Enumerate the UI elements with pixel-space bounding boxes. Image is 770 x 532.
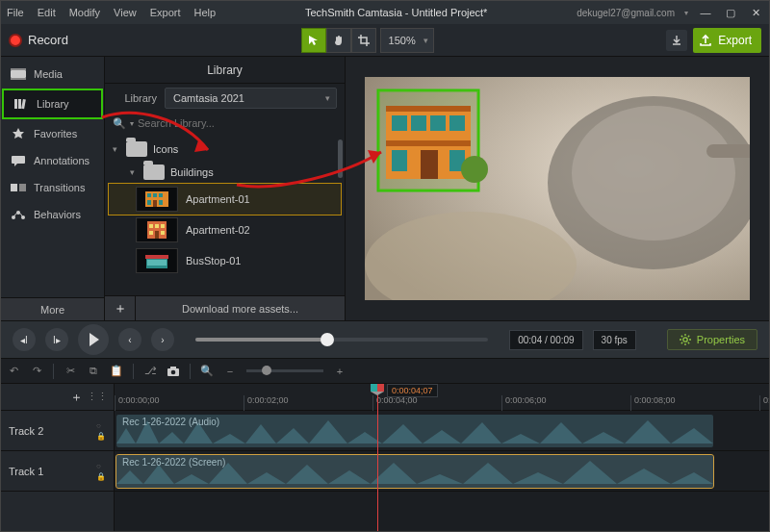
playhead[interactable]: 0:00:04;07 [377,384,378,531]
svg-rect-17 [147,200,151,205]
undo-button[interactable]: ↶ [7,365,20,378]
folder-icons[interactable]: ▾ Icons [109,138,341,161]
zoom-out-button[interactable]: − [223,365,237,378]
titlebar: File Edit Modify View Export Help TechSm… [1,1,769,24]
sidebar-item-library[interactable]: Library [2,89,103,119]
snapshot-button[interactable] [167,365,180,378]
track-toggle-icon[interactable]: ○ [96,421,106,430]
asset-label: BusStop-01 [186,255,241,266]
play-button[interactable] [78,324,109,355]
paste-button[interactable]: 📋 [110,365,123,378]
menu-export[interactable]: Export [150,7,181,18]
svg-rect-26 [161,231,165,235]
svg-rect-42 [392,115,407,131]
window-minimize-button[interactable]: — [698,5,713,20]
sidebar-more-button[interactable]: More [1,297,104,320]
next-frame-button[interactable]: I▸ [45,328,68,351]
svg-rect-8 [19,184,26,191]
folder-buildings[interactable]: ▾ Buildings [109,161,341,184]
svg-rect-23 [155,224,159,228]
track-2-row[interactable]: Rec 1-26-2022 (Audio) [115,411,769,451]
video-clip[interactable]: Rec 1-26-2022 (Screen) [116,455,713,488]
sidebar-item-label: Annotations [34,155,90,166]
svg-line-56 [688,342,689,343]
hand-tool-button[interactable] [326,28,351,53]
track-options-button[interactable]: ⋮⋮ [87,391,108,403]
add-asset-button[interactable]: ＋ [105,296,136,320]
svg-rect-2 [11,78,26,80]
audio-clip[interactable]: Rec 1-26-2022 (Audio) [116,415,713,447]
menu-file[interactable]: File [7,7,24,18]
asset-busstop-01[interactable]: BusStop-01 [109,245,341,276]
timeline-body[interactable]: 0:00:00;00 0:00:02;00 0:00:04;00 0:00:06… [115,384,769,531]
menu-edit[interactable]: Edit [38,7,56,18]
window-maximize-button[interactable]: ▢ [723,5,738,20]
menu-modify[interactable]: Modify [69,7,100,18]
svg-point-61 [171,369,176,374]
svg-rect-3 [14,99,17,109]
lock-icon[interactable]: 🔒 [96,432,106,441]
sidebar-item-behaviors[interactable]: Behaviors [1,201,104,228]
scrollbar[interactable] [338,139,343,178]
cut-button[interactable]: ✂ [64,365,77,378]
play-icon [90,333,99,346]
sidebar-item-media[interactable]: Media [1,61,104,88]
asset-apartment-01[interactable]: Apartment-01 [109,184,341,215]
canvas[interactable] [365,77,750,300]
timeline-ruler[interactable]: 0:00:00;00 0:00:02;00 0:00:04;00 0:00:06… [115,384,769,411]
step-forward-button[interactable]: › [151,328,174,351]
track-toggle-icon[interactable]: ○ [96,462,106,470]
library-tree: ▾ Icons ▾ Buildings Apartment-01 [105,138,345,295]
scrub-slider[interactable] [195,338,488,342]
menu-view[interactable]: View [114,7,137,18]
svg-rect-48 [421,150,438,179]
properties-button[interactable]: Properties [667,329,757,350]
user-email[interactable]: dekugel27@gmail.com [577,8,675,18]
add-track-button[interactable]: ＋ [70,389,83,406]
prev-frame-button[interactable]: ◂I [13,328,36,351]
svg-rect-22 [149,224,153,228]
svg-point-49 [461,156,488,183]
svg-line-55 [681,336,682,337]
sidebar-item-label: Library [37,98,69,110]
svg-rect-14 [147,193,151,197]
sidebar-item-favorites[interactable]: Favorites [1,120,104,147]
folder-label: Buildings [170,166,214,178]
timeline: ＋ ⋮⋮ Track 2 ○🔒 Track 1 ○🔒 0:00:00;00 0:… [1,384,769,531]
library-select-dropdown[interactable]: Camtasia 2021 [165,88,337,109]
download-button[interactable] [666,30,687,51]
split-button[interactable]: ⎇ [143,365,157,378]
record-label: Record [28,33,68,47]
download-more-assets-link[interactable]: Download more assets... [136,303,345,315]
playhead-icon [371,384,384,395]
zoom-search-button[interactable]: 🔍 [200,365,214,378]
lock-icon[interactable]: 🔒 [96,472,106,481]
zoom-dropdown[interactable]: 150% [380,28,434,53]
timeline-zoom-slider[interactable] [246,369,323,372]
ruler-mark: 0:00:00;00 [115,395,160,411]
menu-help[interactable]: Help [194,7,217,18]
asset-apartment-02[interactable]: Apartment-02 [109,215,341,245]
folder-icon [126,141,147,157]
cursor-tool-button[interactable] [301,28,326,53]
redo-button[interactable]: ↷ [30,365,43,378]
record-button[interactable]: Record [9,33,68,47]
window-close-button[interactable]: ✕ [748,5,763,20]
svg-rect-15 [153,193,157,197]
step-back-button[interactable]: ‹ [118,328,141,351]
scrub-handle[interactable] [321,333,334,346]
track-1-row[interactable]: Rec 1-26-2022 (Screen) [115,451,769,492]
main-menu: File Edit Modify View Export Help [7,7,216,18]
search-icon: 🔍 [113,117,126,130]
track-1-header[interactable]: Track 1 ○🔒 [1,451,114,492]
library-search-input[interactable] [138,114,337,132]
sidebar-item-transitions[interactable]: Transitions [1,174,104,201]
copy-button[interactable]: ⧉ [87,365,100,378]
sidebar-item-annotations[interactable]: Annotations [1,147,104,174]
clip-label: Rec 1-26-2022 (Audio) [122,417,219,427]
svg-point-50 [683,338,687,342]
crop-tool-button[interactable] [351,28,376,53]
track-2-header[interactable]: Track 2 ○🔒 [1,411,114,451]
export-button[interactable]: Export [693,28,761,53]
zoom-in-button[interactable]: + [333,365,346,378]
